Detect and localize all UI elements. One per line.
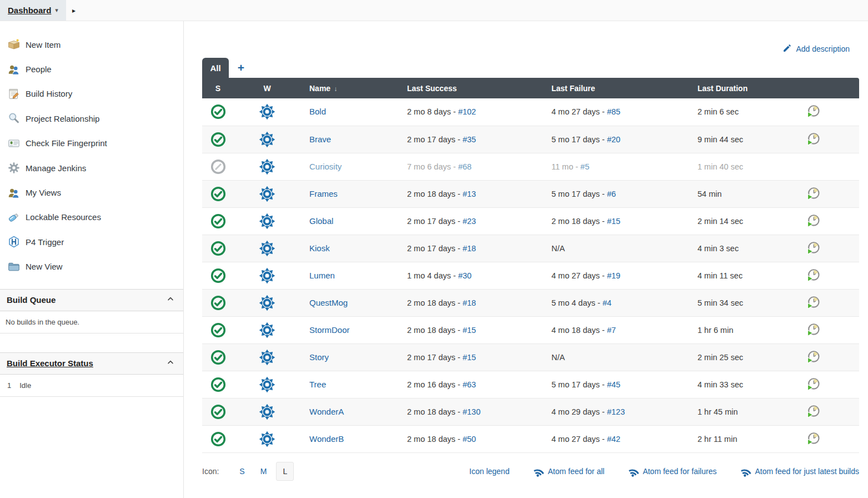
status-success-icon[interactable]: [210, 404, 226, 420]
hexagon-h-icon: [7, 235, 21, 248]
icon-size-m-button[interactable]: M: [254, 462, 273, 480]
failure-build-link[interactable]: #20: [607, 135, 620, 144]
success-build-link[interactable]: #63: [463, 380, 476, 389]
success-build-link[interactable]: #18: [463, 298, 476, 307]
failure-build-link[interactable]: #19: [607, 271, 620, 280]
sidebar-item-manage-jenkins[interactable]: Manage Jenkins: [0, 156, 183, 180]
job-name-link[interactable]: Bold: [309, 107, 326, 116]
schedule-build-button[interactable]: [806, 377, 820, 392]
schedule-build-button[interactable]: [806, 323, 820, 337]
sidebar-item-project-relationship[interactable]: Project Relationship: [0, 106, 183, 131]
status-success-icon[interactable]: [210, 241, 226, 256]
status-success-icon[interactable]: [210, 322, 226, 338]
weather-sunny-icon: [259, 131, 275, 148]
column-header-weather[interactable]: W: [234, 78, 300, 98]
dashboard-link[interactable]: Dashboard: [8, 6, 51, 15]
sidebar-item-people[interactable]: People: [0, 57, 183, 81]
success-build-link[interactable]: #13: [463, 190, 476, 198]
column-header-last-failure[interactable]: Last Failure: [545, 78, 691, 98]
success-build-link[interactable]: #15: [463, 326, 476, 335]
add-description-link[interactable]: Add description: [782, 43, 850, 54]
failure-build-link[interactable]: #7: [607, 326, 616, 335]
job-name-link[interactable]: Brave: [309, 135, 331, 144]
last-failure-time: 2 mo 18 days -: [551, 217, 607, 226]
status-success-icon[interactable]: [210, 186, 226, 202]
sidebar-item-new-item[interactable]: New Item: [0, 32, 183, 57]
sidebar-item-build-history[interactable]: Build History: [0, 82, 183, 106]
failure-build-link[interactable]: #5: [580, 162, 589, 171]
job-name-link[interactable]: WonderB: [309, 434, 344, 444]
job-name-link[interactable]: Frames: [309, 189, 338, 198]
status-success-icon[interactable]: [210, 431, 226, 447]
status-success-icon[interactable]: [210, 213, 226, 229]
job-name-link[interactable]: Kiosk: [309, 243, 330, 253]
schedule-build-button[interactable]: [806, 268, 820, 283]
failure-build-link[interactable]: #6: [607, 190, 616, 198]
schedule-build-button[interactable]: [806, 104, 820, 119]
job-name-link[interactable]: Global: [309, 216, 333, 226]
dropdown-caret-icon[interactable]: ▾: [55, 7, 58, 14]
schedule-build-button[interactable]: [806, 241, 820, 256]
schedule-build-button[interactable]: [806, 405, 820, 419]
failure-build-link[interactable]: #45: [607, 380, 620, 389]
sidebar-item-new-view[interactable]: New View: [0, 255, 183, 279]
status-success-icon[interactable]: [210, 295, 226, 311]
job-name-link[interactable]: Story: [309, 352, 329, 362]
job-row-brave: Brave2 mo 17 days - #355 mo 17 days - #2…: [202, 126, 859, 153]
schedule-build-button[interactable]: [806, 132, 820, 147]
column-header-last-success[interactable]: Last Success: [400, 78, 545, 98]
success-build-link[interactable]: #30: [458, 271, 471, 280]
success-build-link[interactable]: #68: [458, 162, 471, 171]
success-build-link[interactable]: #35: [463, 135, 476, 144]
column-header-status[interactable]: S: [202, 78, 234, 98]
success-build-link[interactable]: #50: [463, 435, 476, 444]
column-header-name[interactable]: Name↓: [300, 78, 400, 98]
job-name-link[interactable]: QuestMog: [309, 298, 348, 307]
failure-build-link[interactable]: #85: [607, 107, 620, 116]
executor-status-title-link[interactable]: Build Executor Status: [7, 358, 93, 368]
schedule-build-button[interactable]: [806, 296, 820, 310]
job-name-link[interactable]: Tree: [309, 380, 326, 389]
last-failure-time: 4 mo 29 days -: [551, 407, 607, 416]
sidebar-item-lockable-resources[interactable]: Lockable Resources: [0, 205, 183, 230]
build-queue-body: No builds in the queue.: [0, 311, 183, 333]
status-success-icon[interactable]: [210, 268, 226, 283]
failure-build-link[interactable]: #42: [607, 435, 620, 444]
build-queue-collapse-button[interactable]: [165, 294, 175, 306]
failure-build-link[interactable]: #123: [607, 407, 625, 416]
atom-feed-link-1[interactable]: Atom feed for all: [534, 466, 604, 477]
schedule-build-button[interactable]: [806, 432, 820, 446]
status-success-icon[interactable]: [210, 377, 226, 392]
sidebar-item-check-file-fingerprint[interactable]: Check File Fingerprint: [0, 131, 183, 156]
failure-build-link[interactable]: #4: [603, 298, 611, 307]
success-build-link[interactable]: #15: [463, 353, 476, 362]
success-build-link[interactable]: #130: [463, 407, 480, 416]
column-header-last-duration[interactable]: Last Duration: [691, 78, 789, 98]
success-build-link[interactable]: #102: [458, 107, 476, 116]
new-view-tab-button[interactable]: +: [229, 58, 253, 78]
status-success-icon[interactable]: [210, 350, 226, 365]
job-name-link[interactable]: Lumen: [309, 271, 335, 280]
job-name-link[interactable]: StormDoor: [309, 325, 350, 335]
job-name-link[interactable]: WonderA: [309, 407, 344, 416]
sidebar-item-my-views[interactable]: My Views: [0, 180, 183, 205]
status-disabled-icon[interactable]: [210, 159, 226, 175]
status-success-icon[interactable]: [210, 104, 226, 119]
schedule-build-button[interactable]: [806, 350, 820, 365]
job-name-link[interactable]: Curiosity: [309, 162, 342, 171]
success-build-link[interactable]: #18: [463, 244, 476, 253]
tab-all[interactable]: All: [202, 58, 229, 78]
executor-status-collapse-button[interactable]: [165, 357, 175, 369]
success-build-link[interactable]: #23: [463, 217, 476, 226]
status-success-icon[interactable]: [210, 132, 226, 147]
icon-size-l-button[interactable]: L: [276, 462, 294, 481]
icon-legend-link[interactable]: Icon legend: [469, 467, 509, 476]
schedule-build-button[interactable]: [806, 187, 820, 201]
icon-size-s-button[interactable]: S: [233, 462, 250, 480]
schedule-build-button[interactable]: [806, 214, 820, 228]
atom-feed-link-3[interactable]: Atom feed for just latest builds: [741, 466, 859, 477]
failure-build-link[interactable]: #15: [607, 217, 620, 226]
atom-feed-link-2[interactable]: Atom feed for failures: [629, 466, 716, 477]
sidebar-item-p4-trigger[interactable]: P4 Trigger: [0, 230, 183, 254]
breadcrumb-dashboard[interactable]: Dashboard ▾: [0, 0, 66, 21]
